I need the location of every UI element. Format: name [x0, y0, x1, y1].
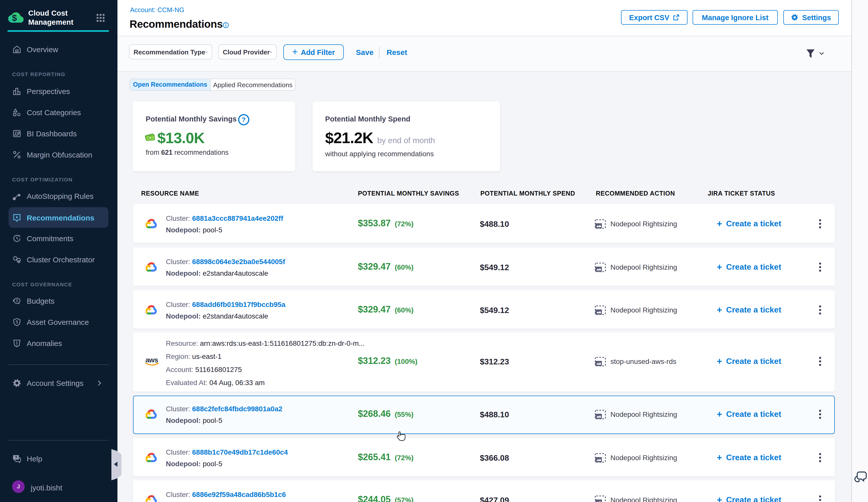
svg-text:$: $	[16, 299, 18, 303]
svg-text:?: ?	[242, 116, 246, 123]
svg-text:$: $	[16, 320, 18, 324]
svg-text:aws: aws	[145, 357, 158, 364]
svg-text:?: ?	[15, 455, 17, 460]
svg-text:$: $	[12, 13, 17, 23]
